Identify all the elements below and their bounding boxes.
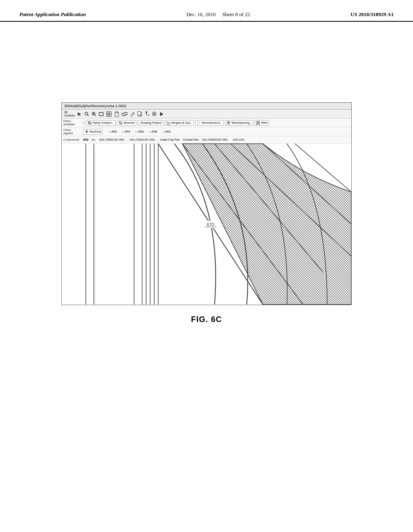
- drawing-label: Drawing Feature: [141, 121, 162, 124]
- filter-chip-weld[interactable]: Weld: [254, 120, 269, 126]
- svg-rect-7: [106, 112, 108, 114]
- gear-icon: [152, 111, 157, 116]
- svg-marker-36: [85, 130, 88, 133]
- toolbar-rect[interactable]: [99, 112, 104, 116]
- weld-label: Weld: [261, 121, 267, 124]
- structure-label: Structure: [123, 121, 135, 124]
- svg-rect-25: [121, 123, 122, 125]
- electrical-icon: [85, 130, 89, 134]
- svg-rect-14: [138, 112, 141, 115]
- svg-rect-9: [106, 114, 108, 116]
- drawing-icon: |: [139, 121, 140, 125]
- filter-arrow-left[interactable]: ‹: [83, 121, 84, 125]
- svg-rect-31: [227, 123, 228, 124]
- comp-item-2: U01-C5002-EC-000...: [129, 138, 157, 141]
- svg-rect-6: [99, 112, 103, 116]
- app-title: 3DModelSulphurRecoveryArea-1-0001: [64, 104, 127, 108]
- arrow-656: —656: [135, 130, 144, 133]
- components-label: Components: [63, 138, 81, 141]
- comp-arrow-icon: [92, 138, 96, 141]
- header-left: Patent Application Publication: [19, 11, 86, 18]
- comp-item-6: U01-CW...: [233, 138, 246, 141]
- header-center: Dec. 16, 2010 Sheet 8 of 22: [186, 11, 250, 18]
- hangers-label: Hangers & Sup...: [171, 121, 192, 124]
- toolbar-search1[interactable]: [84, 112, 89, 116]
- manufacturing-label: Manufacturing...: [232, 121, 252, 124]
- toolbar-cursor[interactable]: [77, 112, 82, 116]
- svg-rect-23: [121, 121, 122, 123]
- svg-rect-8: [109, 112, 111, 114]
- svg-line-27: [166, 123, 170, 124]
- screenshot-container: 3DModelSulphurRecoveryArea-1-0001 3DCont…: [61, 102, 352, 305]
- app-titlebar: 3DModelSulphurRecoveryArea-1-0001: [62, 103, 351, 110]
- filters-applied-label: FiltersApplied: [63, 129, 81, 135]
- link-icon: [122, 112, 127, 116]
- svg-point-0: [85, 112, 88, 115]
- comp-652: 652: [83, 138, 88, 141]
- dimensional-icon: [197, 121, 201, 125]
- toolbar-clipboard1[interactable]: [114, 111, 119, 117]
- figure-caption: FIG. 6C: [191, 315, 222, 324]
- arrow-654: —654: [122, 130, 130, 133]
- filter-applied-items: Electrical: [83, 129, 102, 135]
- comp-item-4: Conduit Part: [183, 138, 198, 141]
- filter-chip-electrical[interactable]: Electrical: [83, 129, 102, 135]
- svg-line-28: [166, 124, 170, 125]
- text-tool-label: T4: [145, 111, 149, 116]
- filters-available-label: FiltersAvailable: [63, 120, 81, 126]
- filter-available-items: Piping Compon... Structure | Drawing Fea…: [86, 120, 269, 126]
- cursor-icon: [77, 112, 82, 116]
- manufacturing-icon: [227, 121, 231, 125]
- toolbar-search2[interactable]: [92, 112, 96, 116]
- header-date: Dec. 16, 2010: [186, 11, 216, 17]
- piping-label: Piping Compon...: [92, 121, 114, 124]
- toolbar-pencil[interactable]: [130, 112, 135, 116]
- hangers-icon: [166, 121, 170, 125]
- structure-icon: [119, 121, 123, 125]
- svg-rect-21: [90, 123, 91, 125]
- main-content: 3DModelSulphurRecoveryArea-1-0001 3DCont…: [0, 22, 413, 332]
- rect-icon: [99, 112, 104, 116]
- arrow-650: —650: [108, 130, 117, 133]
- electrical-label: Electrical: [90, 130, 101, 133]
- toolbar-grid[interactable]: [106, 111, 112, 117]
- filter-chip-piping[interactable]: Piping Compon...: [86, 120, 116, 126]
- page-header: Patent Application Publication Dec. 16, …: [0, 0, 413, 22]
- comp-item-3: Cable Tray Part: [160, 138, 180, 141]
- header-sheet: Sheet 8 of 22: [222, 11, 250, 17]
- toolbar-text[interactable]: T4: [145, 111, 149, 116]
- svg-rect-29: [227, 121, 228, 123]
- toolbar-3d-controls[interactable]: 3DControls: [64, 111, 75, 117]
- svg-rect-12: [116, 112, 118, 113]
- search-icon: [84, 112, 89, 116]
- zoom-icon: [92, 112, 96, 116]
- svg-point-15: [153, 113, 155, 115]
- svg-rect-32: [229, 123, 230, 124]
- toolbar-link[interactable]: [122, 112, 127, 116]
- toolbar-gear[interactable]: [152, 111, 157, 116]
- play-icon: [159, 112, 164, 116]
- svg-rect-22: [119, 121, 121, 123]
- comp-item-5: U01-CW003-ET-000...: [202, 138, 229, 141]
- clipboard-icon: [114, 111, 119, 117]
- piping-icon: [88, 121, 92, 125]
- toolbar-copy[interactable]: [137, 111, 143, 117]
- grid-icon: [106, 111, 112, 117]
- toolbar-label: 3DControls: [64, 111, 75, 117]
- svg-marker-17: [160, 112, 163, 116]
- filter-chip-manufacturing[interactable]: Manufacturing...: [225, 120, 253, 126]
- app-toolbar: 3DControls: [62, 110, 351, 118]
- svg-rect-20: [88, 123, 90, 125]
- toolbar-play[interactable]: [159, 112, 164, 116]
- svg-rect-19: [90, 121, 91, 123]
- filter-chip-drawing[interactable]: | Drawing Feature: [138, 120, 163, 125]
- filter-chip-hangers[interactable]: Hangers & Sup...: [165, 120, 194, 126]
- weld-icon: [256, 121, 260, 125]
- header-right: US 2010/318929 A1: [350, 11, 394, 18]
- components-row: Components 652 U01-C5002-EC-000... U01-C…: [62, 136, 351, 143]
- filter-chip-structure[interactable]: Structure: [117, 120, 136, 126]
- svg-rect-18: [88, 121, 90, 123]
- arrow-660: —660: [162, 130, 171, 133]
- svg-line-26: [166, 122, 170, 123]
- filter-chip-dimensional[interactable]: Dimensional &...: [195, 120, 224, 126]
